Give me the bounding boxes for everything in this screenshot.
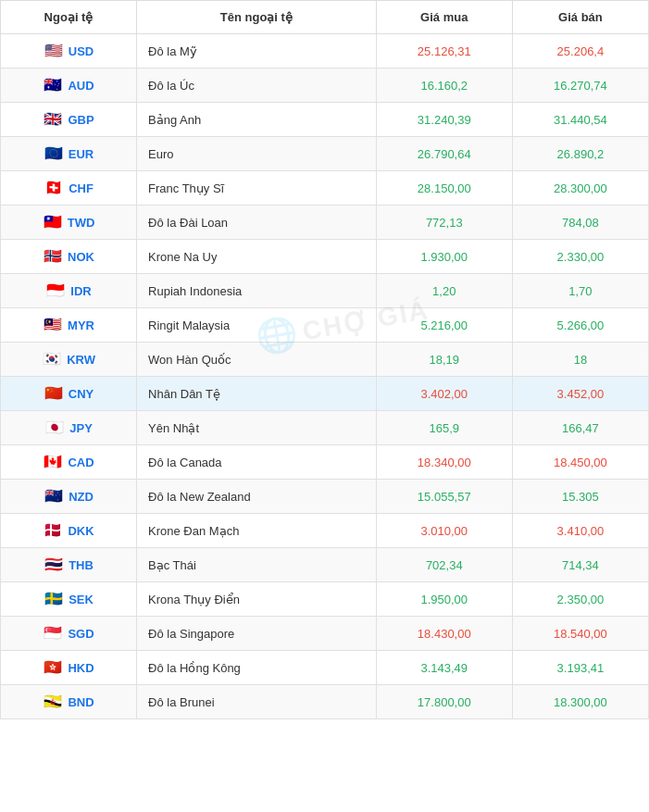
currency-name: Rupiah Indonesia [137,274,377,308]
buy-price: 1.930,00 [376,240,512,274]
sell-price: 784,08 [512,206,648,240]
currency-cell: 🇩🇰 DKK [1,514,137,548]
table-row[interactable]: 🇺🇸 USD Đô la Mỹ 25.126,31 25.206,4 [1,34,649,69]
table-row[interactable]: 🇹🇭 THB Bạc Thái 702,34 714,34 [1,548,649,582]
table-row[interactable]: 🇨🇭 CHF Franc Thụy Sĩ 28.150,00 28.300,00 [1,171,649,206]
currency-code: EUR [69,147,94,161]
currency-cell: 🇹🇭 THB [1,548,137,582]
buy-price: 3.402,00 [376,377,512,411]
currency-cell: 🇳🇿 NZD [1,480,137,514]
table-row[interactable]: 🇪🇺 EUR Euro 26.790,64 26.890,2 [1,137,649,171]
currency-name: Ringit Malaysia [137,308,377,343]
currency-cell: 🇨🇳 CNY [1,377,137,411]
table-row[interactable]: 🇧🇳 BND Đô la Brunei 17.800,00 18.300,00 [1,685,649,719]
col-buy: Giá mua [376,1,512,34]
table-row[interactable]: 🇦🇺 AUD Đô la Úc 16.160,2 16.270,74 [1,69,649,103]
buy-price: 5.216,00 [376,308,512,343]
currency-name: Đô la New Zealand [137,480,377,514]
buy-price: 18,19 [376,343,512,377]
currency-code: NZD [69,490,94,504]
sell-price: 3.410,00 [512,514,648,548]
currency-name: Bạc Thái [137,548,377,582]
flag-icon: 🇩🇰 [43,520,63,541]
flag-icon: 🇮🇩 [45,281,66,301]
currency-code: CAD [68,456,94,469]
sell-price: 2.350,00 [512,582,648,617]
table-row[interactable]: 🇨🇳 CNY Nhân Dân Tệ 3.402,00 3.452,00 [1,377,649,411]
currency-code: TWD [68,216,95,230]
buy-price: 1.950,00 [376,582,512,617]
table-row[interactable]: 🇸🇪 SEK Krona Thụy Điển 1.950,00 2.350,00 [1,582,649,617]
flag-icon: 🇪🇺 [44,144,64,164]
table-row[interactable]: 🇰🇷 KRW Won Hàn Quốc 18,19 18 [1,343,649,377]
table-row[interactable]: 🇳🇿 NZD Đô la New Zealand 15.055,57 15.30… [1,480,649,514]
currency-code: CHF [69,181,94,195]
flag-icon: 🇯🇵 [44,418,65,438]
sell-price: 5.266,00 [512,308,648,343]
buy-price: 26.790,64 [376,137,512,171]
table-row[interactable]: 🇸🇬 SGD Đô la Singapore 18.430,00 18.540,… [1,617,649,651]
currency-code: KRW [67,353,95,367]
currency-cell: 🇸🇬 SGD [1,617,137,651]
flag-icon: 🇭🇰 [43,657,63,678]
buy-price: 165,9 [376,411,512,445]
currency-code: CNY [69,387,94,401]
table-header: Ngoại tệ Tên ngoại tệ Giá mua Giá bán [1,1,649,34]
table-row[interactable]: 🇭🇰 HKD Đô la Hồng Kông 3.143,49 3.193,41 [1,651,649,685]
table-row[interactable]: 🇲🇾 MYR Ringit Malaysia 5.216,00 5.266,00 [1,308,649,343]
table-row[interactable]: 🇩🇰 DKK Krone Đan Mạch 3.010,00 3.410,00 [1,514,649,548]
currency-code: JPY [69,421,93,435]
currency-code: MYR [68,319,94,332]
table-row[interactable]: 🇳🇴 NOK Krone Na Uy 1.930,00 2.330,00 [1,240,649,274]
sell-price: 1,70 [512,274,648,308]
buy-price: 18.340,00 [376,445,512,480]
currency-name: Krone Na Uy [137,240,377,274]
sell-price: 18.300,00 [512,685,648,719]
flag-icon: 🇧🇳 [43,692,63,712]
flag-icon: 🇨🇭 [44,178,64,198]
currency-name: Won Hàn Quốc [137,343,377,377]
buy-price: 31.240,39 [376,103,512,137]
currency-name: Đô la Canada [137,445,377,480]
sell-price: 2.330,00 [512,240,648,274]
flag-icon: 🇲🇾 [43,315,63,335]
sell-price: 26.890,2 [512,137,648,171]
table-row[interactable]: 🇨🇦 CAD Đô la Canada 18.340,00 18.450,00 [1,445,649,480]
table-row[interactable]: 🇹🇼 TWD Đô la Đài Loan 772,13 784,08 [1,206,649,240]
currency-name: Đô la Úc [137,69,377,103]
currency-name: Franc Thụy Sĩ [137,171,377,206]
currency-code: IDR [70,284,91,298]
currency-cell: 🇰🇷 KRW [1,343,137,377]
flag-icon: 🇦🇺 [43,75,63,95]
currency-cell: 🇲🇾 MYR [1,308,137,343]
currency-code: SGD [68,627,94,641]
currency-name: Krone Đan Mạch [137,514,377,548]
buy-price: 28.150,00 [376,171,512,206]
main-container: 🌐 CHỢ GIÁ Ngoại tệ Tên ngoại tệ Giá mua … [0,0,649,719]
currency-cell: 🇮🇩 IDR [1,274,137,308]
currency-name: Đô la Đài Loan [137,206,377,240]
sell-price: 3.193,41 [512,651,648,685]
table-row[interactable]: 🇬🇧 GBP Bảng Anh 31.240,39 31.440,54 [1,103,649,137]
col-sell: Giá bán [512,1,648,34]
flag-icon: 🇸🇪 [44,589,64,609]
currency-cell: 🇺🇸 USD [1,34,137,69]
currency-code: BND [68,695,94,709]
flag-icon: 🇹🇭 [44,555,64,575]
flag-icon: 🇳🇴 [43,246,63,267]
currency-cell: 🇸🇪 SEK [1,582,137,617]
currency-cell: 🇦🇺 AUD [1,69,137,103]
currency-code: AUD [68,79,94,93]
currency-code: GBP [68,113,94,127]
currency-name: Nhân Dân Tệ [137,377,377,411]
sell-price: 15.305 [512,480,648,514]
header-row: Ngoại tệ Tên ngoại tệ Giá mua Giá bán [1,1,649,34]
table-row[interactable]: 🇯🇵 JPY Yên Nhật 165,9 166,47 [1,411,649,445]
buy-price: 702,34 [376,548,512,582]
table-row[interactable]: 🇮🇩 IDR Rupiah Indonesia 1,20 1,70 [1,274,649,308]
flag-icon: 🇬🇧 [43,109,63,130]
sell-price: 166,47 [512,411,648,445]
currency-cell: 🇹🇼 TWD [1,206,137,240]
currency-table: Ngoại tệ Tên ngoại tệ Giá mua Giá bán 🇺🇸… [0,0,649,719]
currency-cell: 🇯🇵 JPY [1,411,137,445]
